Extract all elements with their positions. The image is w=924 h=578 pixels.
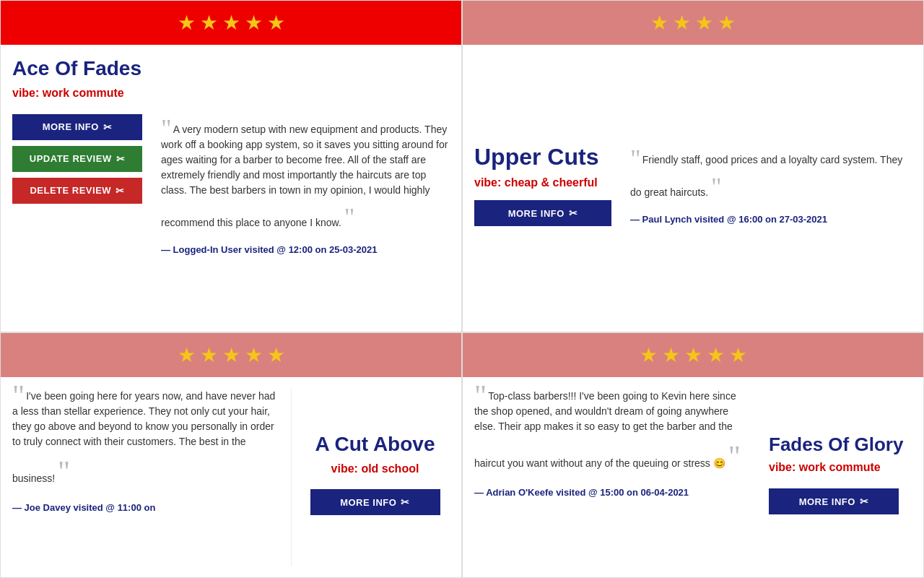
card4-star-5: ★ bbox=[729, 343, 747, 367]
card3-right: A Cut Above vibe: old school MORE INFO bbox=[291, 389, 450, 566]
card2-star-3: ★ bbox=[695, 11, 713, 35]
star-4: ★ bbox=[245, 11, 263, 35]
card1-delete-review-button[interactable]: DELETE REVIEW bbox=[12, 178, 142, 204]
card2-header: ★ ★ ★ ★ bbox=[463, 1, 923, 45]
star-3: ★ bbox=[222, 11, 240, 35]
card1-more-info-scissors bbox=[103, 121, 113, 133]
card4-scissors bbox=[860, 496, 869, 507]
card1-more-info-button[interactable]: MORE INFO bbox=[12, 114, 142, 140]
card1-update-review-button[interactable]: UPDATE REVIEW bbox=[12, 146, 142, 172]
card2-more-info-label: MORE INFO bbox=[508, 208, 565, 219]
card3-scissors bbox=[401, 496, 410, 508]
card4-star-2: ★ bbox=[662, 343, 680, 367]
card1-vibe: vibe: work commute bbox=[12, 86, 124, 101]
card2-close-quote: " bbox=[711, 173, 722, 202]
card3-star-2: ★ bbox=[200, 343, 218, 367]
card1-more-info-label: MORE INFO bbox=[43, 121, 99, 132]
star-1: ★ bbox=[178, 11, 196, 35]
card2-right: " Friendly staff, good prices and a loya… bbox=[630, 152, 912, 225]
star-2: ★ bbox=[200, 11, 218, 35]
card2-review-text: Friendly staff, good prices and a loyalt… bbox=[630, 154, 902, 198]
card2-body: Upper Cuts vibe: cheap & cheerful MORE I… bbox=[463, 45, 923, 332]
card1-delete-review-label: DELETE REVIEW bbox=[30, 185, 111, 196]
card3-vibe: vibe: old school bbox=[331, 462, 419, 477]
card3-more-info-label: MORE INFO bbox=[340, 497, 396, 508]
card4-right: Fades Of Glory vibe: work commute MORE I… bbox=[760, 389, 912, 566]
card3-review: " I've been going here for years now, an… bbox=[12, 389, 282, 495]
card2-vibe: vibe: cheap & cheerful bbox=[474, 176, 619, 191]
card3-attribution: — Joe Davey visited @ 11:00 on bbox=[12, 502, 282, 513]
close-quote-icon: " bbox=[344, 203, 355, 232]
card4-review-text: Top-class barbers!!! I've been going to … bbox=[474, 390, 736, 469]
card3-star-3: ★ bbox=[222, 343, 240, 367]
card1-body: Ace Of Fades vibe: work commute MORE INF… bbox=[1, 45, 461, 332]
card1-review: " A very modern setup with new equipment… bbox=[161, 122, 450, 237]
card3-star-5: ★ bbox=[267, 343, 285, 367]
card4-review: " Top-class barbers!!! I've been going t… bbox=[474, 389, 751, 480]
card4-header: ★ ★ ★ ★ ★ bbox=[463, 333, 923, 377]
card1-header: ★ ★ ★ ★ ★ bbox=[1, 1, 461, 45]
card1-delete-scissors bbox=[116, 185, 125, 197]
card2-star-2: ★ bbox=[673, 11, 691, 35]
card3-left: " I've been going here for years now, an… bbox=[12, 389, 291, 566]
card2-more-info-button[interactable]: MORE INFO bbox=[474, 200, 611, 226]
card3-star-1: ★ bbox=[178, 343, 196, 367]
card2-shop-name: Upper Cuts bbox=[474, 144, 619, 170]
card4-left: " Top-class barbers!!! I've been going t… bbox=[474, 389, 751, 566]
card2-open-quote: " bbox=[630, 152, 641, 165]
card4-more-info-label: MORE INFO bbox=[799, 496, 855, 507]
card3-review-text: I've been going here for years now, and … bbox=[12, 390, 275, 484]
card-fades-of-glory: ★ ★ ★ ★ ★ " Top-class barbers!!! I've be… bbox=[462, 332, 924, 578]
card2-star-4: ★ bbox=[718, 11, 736, 35]
open-quote-icon: " bbox=[161, 122, 172, 135]
card-a-cut-above: ★ ★ ★ ★ ★ " I've been going here for yea… bbox=[0, 332, 462, 578]
card4-star-1: ★ bbox=[640, 343, 658, 367]
card2-star-1: ★ bbox=[650, 11, 668, 35]
card2-scissors bbox=[569, 207, 578, 219]
card3-more-info-button[interactable]: MORE INFO bbox=[310, 489, 440, 515]
card2-review: " Friendly staff, good prices and a loya… bbox=[630, 152, 912, 207]
card4-close-quote: " bbox=[728, 440, 741, 473]
card2-left: Upper Cuts vibe: cheap & cheerful MORE I… bbox=[474, 144, 619, 233]
card3-star-4: ★ bbox=[245, 343, 263, 367]
card4-vibe: vibe: work commute bbox=[769, 460, 881, 475]
card1-review-text: A very modern setup with new equipment a… bbox=[161, 124, 448, 228]
card1-shop-name: Ace Of Fades bbox=[12, 58, 141, 80]
card3-header: ★ ★ ★ ★ ★ bbox=[1, 333, 461, 377]
card3-open-quote: " bbox=[12, 389, 25, 404]
star-5: ★ bbox=[267, 11, 285, 35]
card2-attribution: — Paul Lynch visited @ 16:00 on 27-03-20… bbox=[630, 214, 912, 225]
card4-star-4: ★ bbox=[707, 343, 725, 367]
card-ace-of-fades: ★ ★ ★ ★ ★ Ace Of Fades vibe: work commut… bbox=[0, 0, 462, 332]
card4-attribution: — Adrian O'Keefe visited @ 15:00 on 06-0… bbox=[474, 487, 751, 498]
card1-left: Ace Of Fades vibe: work commute MORE INF… bbox=[12, 58, 149, 319]
card4-body: " Top-class barbers!!! I've been going t… bbox=[463, 377, 923, 577]
card-upper-cuts: ★ ★ ★ ★ Upper Cuts vibe: cheap & cheerfu… bbox=[462, 0, 924, 332]
card1-right: " A very modern setup with new equipment… bbox=[161, 58, 450, 319]
card4-shop-name: Fades Of Glory bbox=[769, 434, 903, 455]
card3-close-quote: " bbox=[58, 455, 70, 488]
card3-shop-name: A Cut Above bbox=[315, 434, 435, 456]
card4-more-info-button[interactable]: MORE INFO bbox=[769, 488, 899, 514]
card1-update-review-label: UPDATE REVIEW bbox=[30, 153, 112, 164]
card3-body: " I've been going here for years now, an… bbox=[1, 377, 461, 577]
card4-star-3: ★ bbox=[684, 343, 702, 367]
card1-update-scissors bbox=[116, 153, 126, 165]
card1-attribution: — Logged-In User visited @ 12:00 on 25-0… bbox=[161, 244, 450, 255]
card4-open-quote: " bbox=[474, 389, 487, 404]
